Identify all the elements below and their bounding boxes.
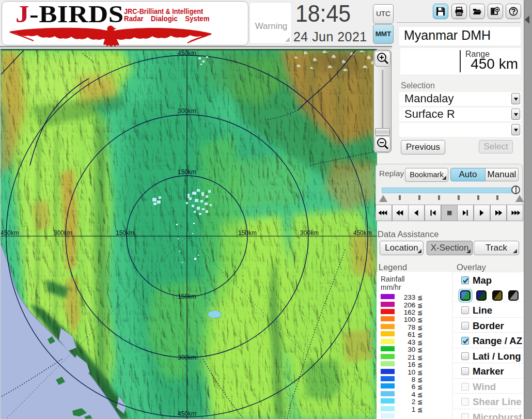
svg-text:300km: 300km <box>54 229 72 237</box>
svg-text:300km: 300km <box>178 107 196 115</box>
svg-text:450km: 450km <box>178 50 196 57</box>
svg-text:150km: 150km <box>178 293 196 300</box>
svg-text:300km: 300km <box>300 229 319 237</box>
svg-text:450km: 450km <box>1 229 19 237</box>
svg-text:150km: 150km <box>238 229 257 237</box>
svg-text:450km: 450km <box>178 410 196 417</box>
svg-text:150km: 150km <box>178 168 196 176</box>
svg-text:150km: 150km <box>116 229 134 237</box>
svg-text:450km: 450km <box>353 229 372 237</box>
svg-text:300km: 300km <box>178 354 196 361</box>
